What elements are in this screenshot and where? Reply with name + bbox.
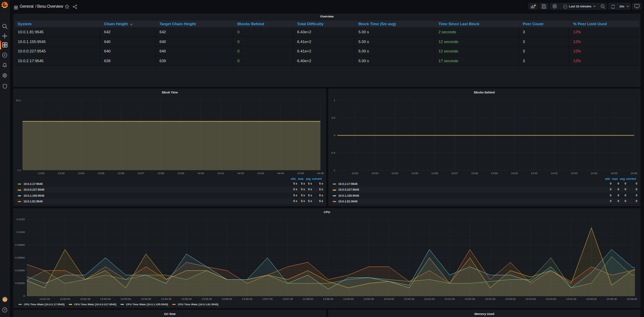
svg-text:?: ? — [4, 308, 6, 312]
